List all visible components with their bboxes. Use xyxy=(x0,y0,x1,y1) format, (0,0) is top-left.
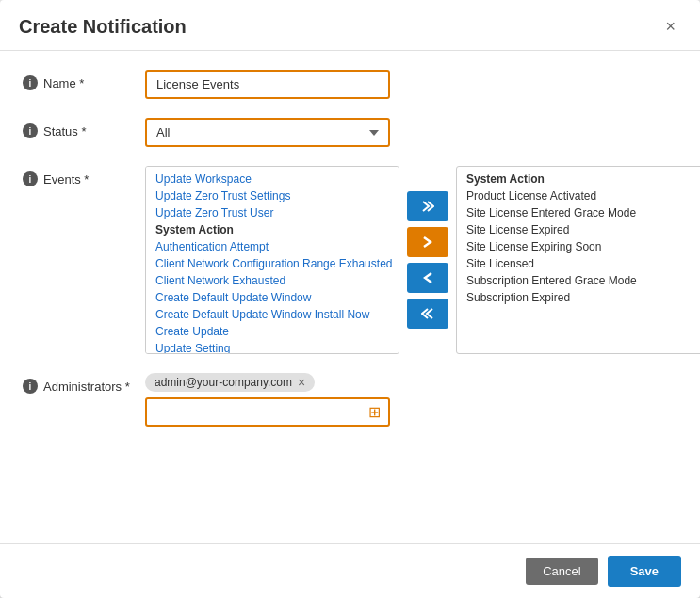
list-item[interactable]: Create Default Update Window Install Now xyxy=(146,306,399,323)
events-right-list[interactable]: System Action Product License Activated … xyxy=(456,166,700,354)
admin-tag: admin@your-company.com × xyxy=(145,373,315,392)
status-info-icon: i xyxy=(23,123,38,138)
right-list-item[interactable]: Site Licensed xyxy=(457,255,700,272)
admin-tag-remove-button[interactable]: × xyxy=(298,376,305,389)
list-item[interactable]: Client Network Configuration Range Exhau… xyxy=(146,255,399,272)
right-list-item[interactable]: Subscription Expired xyxy=(457,289,700,306)
admin-tags: admin@your-company.com × xyxy=(145,373,677,392)
status-row: i Status * All Active Inactive xyxy=(23,118,677,147)
dialog-header: Create Notification × xyxy=(0,0,700,51)
right-list-item[interactable]: Site License Expired xyxy=(457,221,700,238)
admin-add-icon[interactable]: ⊞ xyxy=(368,403,381,421)
name-row: i Name * xyxy=(23,70,677,99)
administrators-label: i Administrators * xyxy=(23,373,145,394)
transfer-buttons xyxy=(407,191,448,329)
administrators-input-area: admin@your-company.com × ⊞ xyxy=(145,373,677,427)
name-input[interactable] xyxy=(145,70,390,99)
right-list-header: System Action xyxy=(457,170,700,187)
move-left-button[interactable] xyxy=(407,263,448,293)
list-item[interactable]: Update Zero Trust Settings xyxy=(146,187,399,204)
dialog-body: i Name * i Status * All Active Inactive xyxy=(0,51,700,543)
save-button[interactable]: Save xyxy=(608,556,681,587)
move-right-button[interactable] xyxy=(407,227,448,257)
cancel-button[interactable]: Cancel xyxy=(526,558,597,585)
administrators-row: i Administrators * admin@your-company.co… xyxy=(23,373,677,427)
dialog-footer: Cancel Save xyxy=(0,543,700,598)
move-all-left-button[interactable] xyxy=(407,299,448,329)
dialog-title: Create Notification xyxy=(19,16,187,38)
create-notification-dialog: Create Notification × i Name * i Status … xyxy=(0,0,700,598)
name-label: i Name * xyxy=(23,70,145,90)
right-list-item[interactable]: Subscription Entered Grace Mode xyxy=(457,272,700,289)
status-select[interactable]: All Active Inactive xyxy=(145,118,390,147)
admin-email-input[interactable] xyxy=(156,405,364,419)
list-item[interactable]: Update Workspace xyxy=(146,170,399,187)
right-list-item[interactable]: Site License Entered Grace Mode xyxy=(457,204,700,221)
events-picker: Update Workspace Update Zero Trust Setti… xyxy=(145,166,700,354)
list-item[interactable]: Update Zero Trust User xyxy=(146,204,399,221)
list-group-header: System Action xyxy=(146,221,399,238)
administrators-info-icon: i xyxy=(23,379,38,394)
right-list-item[interactable]: Site License Expiring Soon xyxy=(457,238,700,255)
events-label: i Events * xyxy=(23,166,145,186)
events-row: i Events * Update Workspace Update Zero … xyxy=(23,166,677,354)
admin-input-box[interactable]: ⊞ xyxy=(145,397,390,427)
list-item[interactable]: Authentication Attempt xyxy=(146,238,399,255)
events-info-icon: i xyxy=(23,171,38,186)
list-item[interactable]: Update Setting xyxy=(146,340,399,354)
list-item[interactable]: Create Default Update Window xyxy=(146,289,399,306)
events-left-list[interactable]: Update Workspace Update Zero Trust Setti… xyxy=(145,166,399,354)
close-button[interactable]: × xyxy=(659,15,681,39)
name-info-icon: i xyxy=(23,75,38,90)
right-list-item[interactable]: Product License Activated xyxy=(457,187,700,204)
list-item[interactable]: Create Update xyxy=(146,323,399,340)
status-input-wrapper: All Active Inactive xyxy=(145,118,677,147)
name-input-wrapper xyxy=(145,70,677,99)
move-all-right-button[interactable] xyxy=(407,191,448,221)
admin-tag-text: admin@your-company.com xyxy=(155,376,292,389)
status-label: i Status * xyxy=(23,118,145,138)
list-item[interactable]: Client Network Exhausted xyxy=(146,272,399,289)
